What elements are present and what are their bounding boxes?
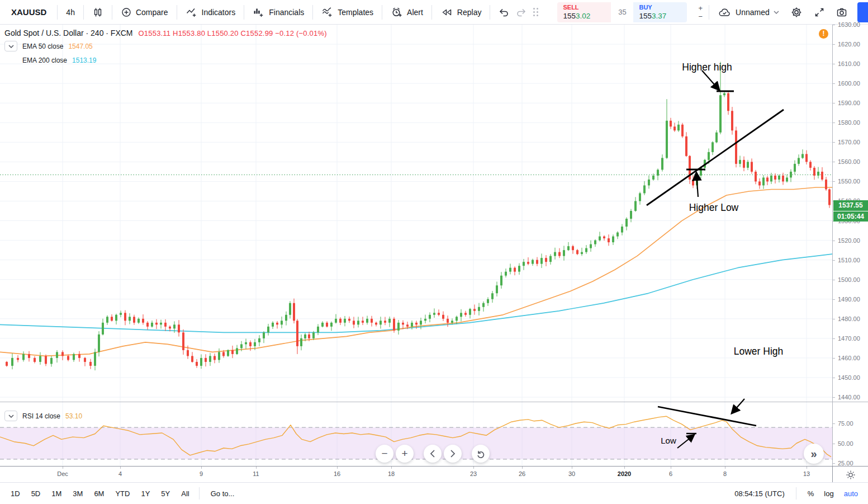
range-button-1m[interactable]: 1M bbox=[48, 487, 65, 500]
price-tick: 1580.00 bbox=[833, 119, 868, 126]
divider bbox=[709, 5, 709, 20]
ema200-value: 1513.19 bbox=[72, 56, 96, 64]
time-tick-mark bbox=[572, 467, 572, 469]
rsi-legend: RSI 14 close 53.10 bbox=[4, 407, 82, 421]
time-tick-mark bbox=[120, 467, 121, 469]
time-tick-mark bbox=[624, 467, 625, 469]
price-tick: 1560.00 bbox=[833, 158, 868, 166]
price-tick: 1490.00 bbox=[833, 295, 868, 303]
bar-countdown: 01:05:44 bbox=[833, 211, 868, 222]
annotation-lower-high[interactable]: Lower High bbox=[734, 346, 784, 357]
time-tick-mark bbox=[473, 467, 474, 469]
chevron-right-icon bbox=[450, 450, 456, 458]
time-tick-mark bbox=[63, 467, 63, 469]
ema200-legend-row[interactable]: EMA 200 close 1513.19 bbox=[4, 55, 327, 65]
chevron-left-icon bbox=[430, 450, 435, 458]
buy-price-main: 155 bbox=[639, 12, 652, 20]
financials-button[interactable]: Financials bbox=[247, 2, 310, 23]
date-range-buttons: 1D5D1M3M6MYTD1Y5YAll bbox=[7, 487, 193, 500]
percent-scale-button[interactable]: % bbox=[808, 489, 814, 498]
price-tick: 1500.00 bbox=[833, 276, 868, 284]
redo-icon[interactable] bbox=[515, 7, 528, 18]
goto-button[interactable]: Go to... bbox=[205, 487, 240, 500]
fullscreen-button[interactable] bbox=[808, 2, 831, 23]
publish-button[interactable]: Publish bbox=[857, 2, 868, 22]
price-tick: 1570.00 bbox=[833, 138, 868, 146]
divider bbox=[57, 5, 58, 20]
chart-style-button[interactable] bbox=[87, 2, 109, 23]
rsi-legend-row[interactable]: RSI 14 close 53.10 bbox=[4, 411, 82, 421]
divider bbox=[796, 487, 796, 500]
ema50-legend-row[interactable]: EMA 50 close 1547.05 bbox=[4, 41, 327, 51]
buy-price-frac: 3.37 bbox=[652, 12, 666, 20]
log-scale-button[interactable]: log bbox=[824, 489, 833, 498]
drawing-higher-high-arrow bbox=[702, 70, 719, 90]
zoom-out-button[interactable]: − bbox=[376, 445, 393, 463]
qty-increase-button[interactable]: + bbox=[695, 4, 706, 12]
time-axis[interactable]: Dec4911161823263020206813 bbox=[0, 466, 868, 482]
screenshot-button[interactable] bbox=[831, 2, 853, 23]
range-button-1d[interactable]: 1D bbox=[7, 487, 24, 500]
compare-button[interactable]: Compare bbox=[115, 2, 174, 23]
settings-button[interactable] bbox=[785, 2, 808, 23]
symbol-title[interactable]: Gold Spot / U.S. Dollar · 240 · FXCM bbox=[4, 29, 133, 37]
range-button-5d[interactable]: 5D bbox=[27, 487, 45, 500]
scroll-right-button[interactable] bbox=[444, 445, 462, 463]
symbol-button[interactable]: XAUUSD bbox=[3, 2, 54, 23]
price-axis[interactable]: 1630.001620.001610.001600.001590.001580.… bbox=[832, 25, 868, 466]
scroll-left-button[interactable] bbox=[424, 445, 442, 463]
price-chart-canvas[interactable] bbox=[0, 25, 832, 466]
compare-label: Compare bbox=[136, 8, 168, 17]
undo-icon[interactable] bbox=[497, 7, 510, 18]
gear-icon bbox=[790, 6, 803, 18]
time-tick-label: 11 bbox=[253, 470, 259, 477]
time-tick-mark bbox=[671, 467, 671, 469]
data-delay-warning-icon[interactable]: ! bbox=[819, 29, 828, 39]
auto-scale-button[interactable]: auto bbox=[844, 489, 858, 498]
ema50-collapse-button[interactable] bbox=[4, 41, 17, 51]
top-toolbar: XAUUSD 4h Compare Indicators Financials … bbox=[0, 0, 868, 25]
qty-decrease-button[interactable]: − bbox=[695, 12, 706, 21]
replay-button[interactable]: Replay bbox=[435, 2, 487, 23]
rsi-collapse-button[interactable] bbox=[4, 411, 17, 421]
replay-icon bbox=[440, 7, 453, 18]
reset-chart-button[interactable] bbox=[472, 445, 490, 463]
layout-menu-button[interactable]: Unnamed bbox=[712, 2, 785, 23]
ohlc-values: O1553.11 H1553.80 L1550.20 C1552.99 −0.1… bbox=[139, 29, 327, 37]
range-button-6m[interactable]: 6M bbox=[90, 487, 108, 500]
price-tick: 1440.00 bbox=[833, 393, 868, 401]
alert-button[interactable]: Alert bbox=[385, 2, 429, 23]
range-button-1y[interactable]: 1Y bbox=[137, 487, 154, 500]
divider bbox=[431, 5, 432, 20]
sell-button[interactable]: SELL 1553.02 bbox=[557, 2, 611, 22]
time-tick-label: 13 bbox=[803, 470, 810, 477]
range-button-ytd[interactable]: YTD bbox=[111, 487, 134, 500]
indicators-button[interactable]: Indicators bbox=[180, 2, 241, 23]
axis-settings-corner[interactable] bbox=[832, 467, 868, 483]
templates-icon bbox=[321, 7, 334, 18]
ema200-label: EMA 200 close bbox=[22, 56, 67, 64]
annotation-rsi-low[interactable]: Low bbox=[661, 436, 676, 445]
fullscreen-icon bbox=[814, 7, 825, 18]
time-tick-label: 18 bbox=[388, 470, 395, 477]
range-button-3m[interactable]: 3M bbox=[69, 487, 87, 500]
range-button-all[interactable]: All bbox=[177, 487, 193, 500]
chevron-down-icon bbox=[8, 45, 14, 48]
templates-button[interactable]: Templates bbox=[316, 2, 379, 23]
zoom-in-button[interactable]: + bbox=[396, 445, 414, 463]
reset-icon bbox=[476, 449, 486, 459]
time-tick-mark bbox=[522, 467, 523, 469]
annotation-higher-high[interactable]: Higher high bbox=[682, 62, 732, 73]
grid bbox=[0, 25, 832, 465]
clock-utc[interactable]: 08:54:15 (UTC) bbox=[734, 489, 785, 498]
annotation-higher-low[interactable]: Higher Low bbox=[689, 202, 739, 214]
buy-button[interactable]: BUY 1553.37 bbox=[633, 2, 687, 22]
price-tick: 50.00 bbox=[833, 440, 868, 448]
trade-panel-drag-handle[interactable] bbox=[533, 8, 538, 16]
range-button-5y[interactable]: 5Y bbox=[157, 487, 174, 500]
interval-button[interactable]: 4h bbox=[60, 2, 80, 23]
ema50-value: 1547.05 bbox=[68, 43, 92, 50]
alert-label: Alert bbox=[407, 8, 423, 17]
price-tick: 1630.00 bbox=[833, 21, 868, 29]
jump-to-latest-button[interactable]: » bbox=[804, 444, 824, 464]
